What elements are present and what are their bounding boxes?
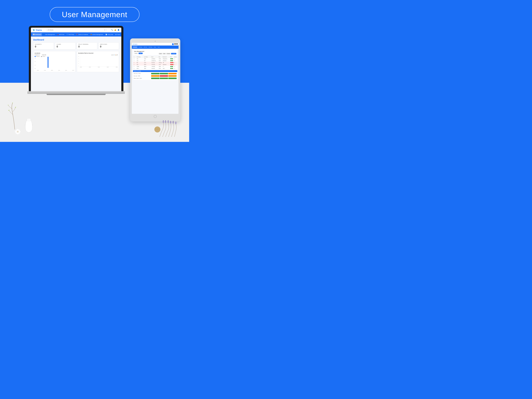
svg-point-2 (8, 105, 8, 105)
user-mgmt-icon: 👤 (43, 34, 45, 35)
stat-policy-label: POLICY RENEWAL (78, 44, 96, 45)
nav-item-user-management[interactable]: 👤 User Management (42, 33, 56, 36)
twine-svg (153, 124, 162, 133)
cell-actions[interactable]: ••• (174, 66, 177, 67)
cell-actions[interactable]: ••• (174, 58, 177, 59)
nav-item-assets[interactable]: 📦 Assets Management (89, 33, 104, 36)
stat-accidents-value: 0 (35, 45, 52, 48)
chart-subtitles: Incidents 1 Claims 0 (35, 54, 74, 55)
x-label-0: 00:00 (37, 70, 39, 71)
bar-active3 (168, 78, 177, 79)
nav-item-mvr-hub[interactable]: 🚗 MVR Hub (56, 33, 65, 36)
filter-button[interactable]: Filter (163, 53, 166, 54)
cell-last: Taylor (144, 68, 151, 69)
bottom-section-title: Claims & Activity (134, 71, 141, 71)
tablet-toolbar: Export Filter Columns + Add User (159, 53, 176, 54)
cell-dept: IT (163, 66, 170, 67)
decorative-branch (7, 100, 22, 130)
status-bars (151, 73, 177, 74)
bottom-table-area: Smith, John - VH123 Doe, Jane - VH456 (133, 72, 177, 80)
legend-dot-claims (41, 56, 42, 57)
x-label-4: 16:00 (65, 70, 67, 71)
search-bar[interactable]: All Clients ▾ (46, 29, 107, 31)
svg-point-10 (17, 131, 19, 133)
title-badge: User Management (50, 7, 139, 22)
tablet-bottom-header: Claims & Activity (133, 70, 177, 72)
stat-employees: EMPLOYEES 0 (98, 42, 119, 49)
car-icon: 🚗 (57, 34, 59, 35)
svg-point-27 (168, 120, 168, 121)
tab-invites[interactable]: Invites (134, 53, 138, 54)
stat-employees-value: 0 (100, 45, 117, 48)
paid-chart-area: 5 4 3 2 1 00:00 02:00 (78, 56, 118, 68)
tablet-nav-user-mgmt[interactable]: User Mgmt (138, 46, 143, 48)
cell-role: Manager (159, 62, 162, 63)
tablet-home-button[interactable] (154, 115, 157, 118)
tablet-nav: Dashboard User Mgmt MVR Hub Third Party … (132, 45, 178, 49)
tablet-icon-2[interactable] (174, 43, 176, 45)
app-navbar: 🐦 Staging All Clients ▾ 🔍 🔔 👤 (31, 28, 121, 32)
cell-last: Brown (144, 64, 151, 65)
tablet-nav-trash[interactable]: Trash (157, 46, 160, 48)
cell-actions[interactable]: ••• (174, 62, 177, 63)
home-icon[interactable]: 🏠 (115, 54, 116, 55)
zoom-in-icon[interactable]: ⊕ (112, 54, 112, 55)
tablet-icon-1[interactable] (172, 43, 174, 45)
bell-icon[interactable]: 🔔 (114, 29, 116, 31)
tablet-nav-third-party[interactable]: Third Party (148, 46, 153, 48)
table-row-highlighted: ☐ Bob Jones b.jones@... Manager HR Inact… (133, 62, 177, 64)
tablet-icon-3[interactable] (176, 43, 178, 45)
y2: 2 (78, 63, 79, 64)
cell-role: Driver (159, 68, 162, 69)
x-label-2: 08:00 (51, 70, 53, 71)
nav-item-trash[interactable]: 🗑 Trash (114, 33, 121, 36)
nav-label-claims: Claims & Incidents (78, 34, 88, 35)
cell-actions[interactable]: ••• (174, 68, 177, 69)
tablet-nav-dashboard[interactable]: Dashboard (133, 46, 137, 48)
add-user-button[interactable]: + Add User (171, 53, 176, 54)
incidents-subtitle: Incidents 1 (35, 54, 40, 55)
tablet-nav-claims[interactable]: Claims (153, 46, 157, 48)
cell-last: Smith (144, 58, 151, 59)
cell-email: b.jones@... (152, 62, 158, 63)
bottom-row-3: Wilson, Charlie - VH789 (134, 77, 177, 79)
zoom-icon[interactable]: 🔍 (114, 54, 115, 55)
th-checkbox: ☐ (134, 57, 136, 57)
nav-item-third-party[interactable]: 🛡 Third Party (66, 33, 75, 36)
nav-item-dashboard[interactable]: 📊 Dashboard (32, 33, 42, 36)
bottom-label: Wilson, Charlie - VH789 (134, 78, 151, 79)
decorative-twine (153, 124, 162, 134)
search-placeholder: All Clients (47, 29, 53, 31)
columns-button[interactable]: Columns (166, 53, 171, 54)
stat-policy-value: 0 (78, 45, 96, 48)
tablet-nav-mvr[interactable]: MVR Hub (143, 46, 148, 48)
nav-item-claims[interactable]: 🚩 Claims & Incidents (75, 33, 89, 36)
stat-claims: CLAIMS 0 (55, 42, 76, 49)
shield-icon: 🛡 (67, 34, 68, 35)
tablet-top-icons (172, 43, 178, 45)
x-label-1: 04:00 (44, 70, 46, 71)
cell-dept: Operations (163, 60, 170, 61)
tab-active[interactable]: Active (139, 53, 143, 54)
stat-policy: POLICY RENEWAL 0 (77, 42, 97, 49)
tablet-device: 🐦 Staging Dashboard User Mgmt MVR Hub Th… (130, 38, 180, 121)
nav-label-user-management: User Management (45, 34, 55, 35)
cell-email: j.smith@co... (152, 58, 158, 59)
cell-actions[interactable]: ••• (174, 64, 177, 65)
branch-svg (7, 100, 22, 129)
export-button[interactable]: Export (159, 53, 162, 54)
px0: 00:00 (80, 67, 82, 68)
nav-item-policy[interactable]: 📄 Policy Hub (104, 33, 114, 36)
y-label-00: 0.0 (35, 68, 36, 69)
cell-actions[interactable]: ••• (174, 60, 177, 61)
menu-icon[interactable]: ☰ (117, 54, 118, 55)
paid-x-axis: 00:00 02:00 04:00 06:00 08:00 (80, 66, 118, 68)
user-icon[interactable]: 👤 (117, 29, 120, 31)
bottom-label: Smith, John - VH123 (134, 73, 151, 74)
svg-point-19 (163, 120, 164, 123)
dashboard-content: Dashboard ACCIDENTS 0 CLAIMS 0 POLICY RE… (31, 37, 121, 91)
search-icon[interactable]: 🔍 (111, 29, 113, 31)
zoom-out-icon[interactable]: ⊖ (113, 54, 114, 55)
bar-danger (160, 75, 168, 77)
cell-cb: ☐ (134, 58, 136, 59)
